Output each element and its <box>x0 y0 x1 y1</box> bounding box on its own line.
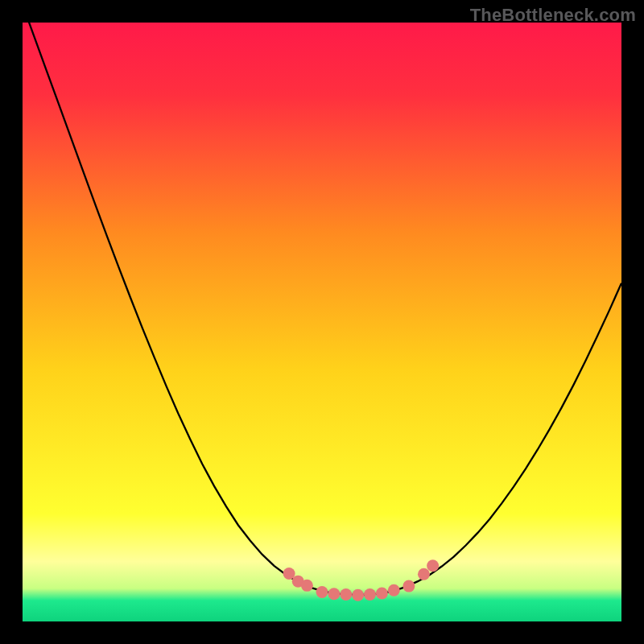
data-marker <box>340 588 352 601</box>
data-marker <box>301 580 313 592</box>
chart-background <box>23 23 621 621</box>
data-marker <box>328 588 340 600</box>
data-marker <box>316 586 328 598</box>
data-marker <box>388 584 400 597</box>
bottleneck-chart <box>23 23 621 621</box>
data-marker <box>427 559 439 572</box>
data-marker <box>364 588 376 601</box>
data-marker <box>352 589 364 601</box>
chart-frame <box>23 23 621 621</box>
watermark-text: TheBottleneck.com <box>470 5 636 26</box>
data-marker <box>418 568 430 580</box>
data-marker <box>376 588 388 600</box>
data-marker <box>402 580 415 592</box>
